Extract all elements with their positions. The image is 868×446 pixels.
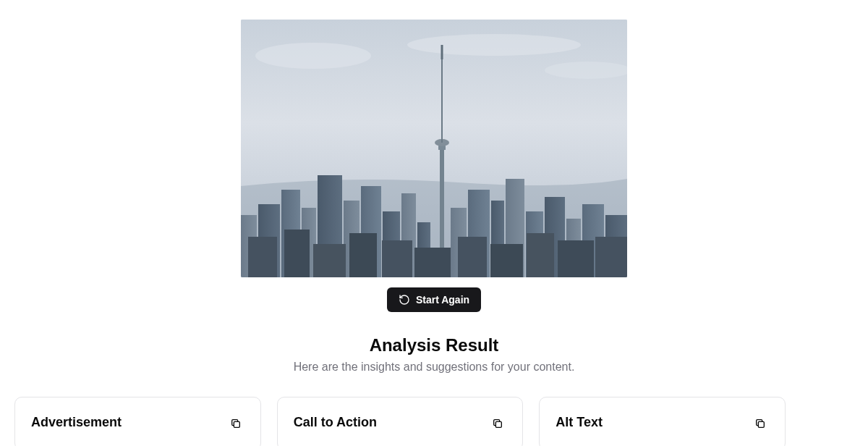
card-call-to-action: Call to Action — [277, 397, 524, 446]
svg-rect-30 — [313, 244, 346, 277]
copy-icon — [754, 418, 766, 429]
svg-rect-29 — [284, 230, 310, 277]
copy-button[interactable] — [227, 415, 244, 432]
result-cards: Advertisement Call to Action — [14, 397, 786, 446]
svg-rect-36 — [527, 233, 554, 277]
svg-rect-39 — [234, 422, 239, 428]
result-title: Analysis Result — [14, 334, 854, 356]
svg-rect-37 — [558, 240, 594, 277]
svg-rect-18 — [441, 45, 443, 59]
card-alt-text: Alt Text — [539, 397, 786, 446]
svg-rect-35 — [490, 244, 523, 277]
main-container: Start Again Analysis Result Here are the… — [0, 0, 868, 446]
svg-rect-40 — [496, 422, 502, 428]
card-title: Advertisement — [31, 415, 122, 430]
copy-icon — [492, 418, 503, 429]
card-advertisement: Advertisement — [14, 397, 261, 446]
copy-icon — [230, 418, 242, 429]
svg-point-2 — [407, 34, 581, 56]
copy-button[interactable] — [489, 415, 506, 432]
result-subtitle: Here are the insights and suggestions fo… — [14, 361, 854, 374]
svg-rect-17 — [441, 59, 443, 143]
svg-rect-34 — [458, 237, 487, 277]
rotate-ccw-icon — [399, 294, 410, 306]
svg-rect-38 — [595, 237, 627, 277]
copy-button[interactable] — [752, 415, 769, 432]
svg-rect-31 — [349, 233, 377, 277]
start-again-label: Start Again — [416, 294, 469, 306]
svg-rect-32 — [382, 240, 412, 277]
card-title: Call to Action — [294, 415, 377, 430]
svg-rect-41 — [758, 422, 764, 428]
hero-image — [241, 20, 627, 277]
svg-rect-33 — [414, 248, 451, 277]
svg-rect-28 — [248, 237, 277, 277]
start-again-button[interactable]: Start Again — [387, 287, 481, 312]
skyline-illustration — [241, 20, 627, 277]
svg-point-1 — [255, 43, 371, 69]
card-title: Alt Text — [556, 415, 603, 430]
result-section: Analysis Result Here are the insights an… — [14, 334, 854, 446]
